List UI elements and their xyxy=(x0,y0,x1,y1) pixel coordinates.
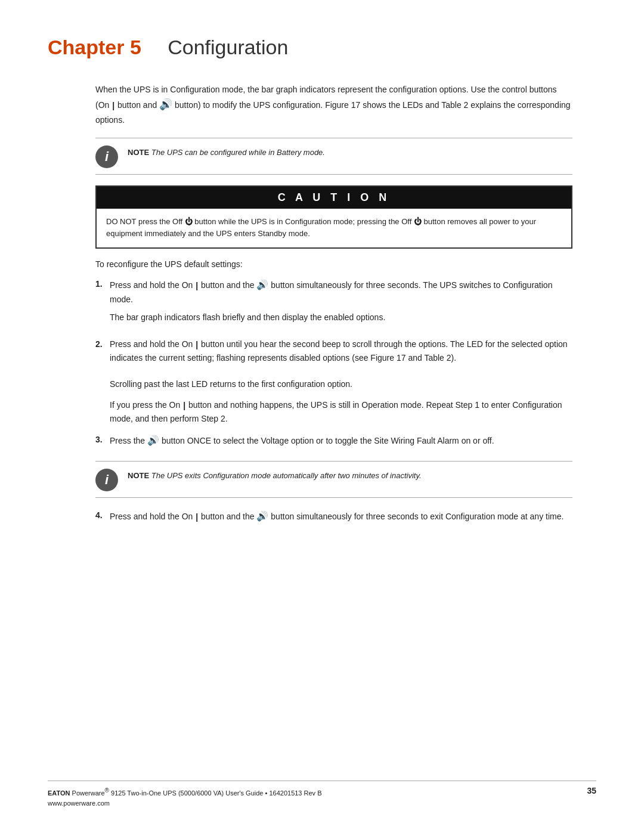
step-1-content: Press and hold the On | button and the 🔊… xyxy=(110,277,572,329)
chapter-number: 5 xyxy=(130,36,141,58)
step3-list: 3. Press the 🔊 button ONCE to select the… xyxy=(95,433,572,453)
step-1-number: 1. xyxy=(95,277,110,290)
note-text-2: NOTE The UPS exits Configuration mode au… xyxy=(128,467,422,482)
step-4: 4. Press and hold the On | button and th… xyxy=(95,509,572,529)
step-4-content: Press and hold the On | button and the 🔊… xyxy=(110,509,564,529)
page-number: 35 xyxy=(587,786,596,795)
chapter-title: Chapter 5 Configuration xyxy=(48,36,596,59)
step-3-number: 3. xyxy=(95,433,110,446)
step-4-number: 4. xyxy=(95,509,110,522)
step-3: 3. Press the 🔊 button ONCE to select the… xyxy=(95,433,572,453)
info-icon-2: i xyxy=(95,469,118,491)
caution-body: DO NOT press the Off ⏻ button while the … xyxy=(97,209,571,248)
step-2-number: 2. xyxy=(95,337,110,351)
intro-paragraph: When the UPS is in Configuration mode, t… xyxy=(95,83,572,127)
step-2: 2. Press and hold the On | button until … xyxy=(95,337,572,370)
note-box-1: i NOTE The UPS can be configured while i… xyxy=(95,138,572,175)
step-3-content: Press the 🔊 button ONCE to select the Vo… xyxy=(110,433,494,453)
reconfigure-heading: To reconfigure the UPS default settings: xyxy=(95,259,572,269)
scroll-paragraph: Scrolling past the last LED returns to t… xyxy=(110,377,572,391)
step4-list: 4. Press and hold the On | button and th… xyxy=(95,509,572,529)
note-box-2: i NOTE The UPS exits Configuration mode … xyxy=(95,461,572,498)
chapter-label: Chapter xyxy=(48,36,124,58)
info-icon-1: i xyxy=(95,145,118,168)
steps-list: 1. Press and hold the On | button and th… xyxy=(95,277,572,369)
note-text-1: NOTE The UPS can be configured while in … xyxy=(128,144,325,159)
operation-paragraph: If you press the On | button and nothing… xyxy=(110,398,572,426)
page-footer: EATON Powerware® 9125 Two-in-One UPS (50… xyxy=(48,781,596,809)
step-2-content: Press and hold the On | button until you… xyxy=(110,337,572,370)
chapter-title-text: Configuration xyxy=(168,36,288,58)
footer-left: EATON Powerware® 9125 Two-in-One UPS (50… xyxy=(48,786,322,809)
caution-box: C A U T I O N DO NOT press the Off ⏻ but… xyxy=(95,185,572,249)
step-1: 1. Press and hold the On | button and th… xyxy=(95,277,572,329)
caution-header: C A U T I O N xyxy=(97,187,571,209)
